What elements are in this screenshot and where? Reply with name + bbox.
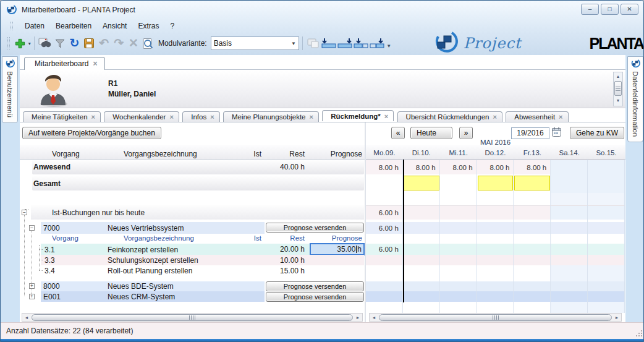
prognose-versenden-button[interactable]: Prognose versenden [266,281,364,291]
tab-close-icon[interactable]: × [169,113,173,121]
project-7000-mo[interactable]: 6.00 h [366,224,403,232]
delete-button[interactable]: ✕ [126,35,141,51]
find-button[interactable] [38,35,53,51]
tab-close-icon[interactable]: × [91,113,95,121]
menu-bearbeiten[interactable]: Bearbeiten [50,20,97,32]
prognose-versenden-button[interactable]: Prognose versenden [266,223,364,233]
collapse-expander-icon[interactable]: − [22,210,27,215]
row-task-3-3[interactable]: 3.3 Schulungskonzept erstellen 10.00 h [20,255,365,265]
tab-wochenkalender[interactable]: Wochenkalender× [104,111,179,122]
row-anwesend[interactable]: Anwesend 40.00 h [20,160,365,174]
tab-close-icon[interactable]: × [384,113,388,120]
new-record-button[interactable] [13,35,28,51]
header-prognose[interactable]: Prognose [331,150,362,158]
prognose-edit-cell[interactable]: 35.00 h [310,243,365,255]
header-rest[interactable]: Rest [289,150,305,158]
gesamt-entry-cell-di[interactable] [404,176,439,190]
menu-extras[interactable]: Extras [132,20,164,32]
close-button[interactable]: ✕ [621,4,638,15]
right-pane-hscrollbar[interactable]: ◄ ► [369,313,622,322]
row-project-8000[interactable]: + 8000 Neues BDE-System Prognose versend… [20,281,365,291]
tab-meine-planungsobjekte[interactable]: Meine Planungsobjekte× [223,111,319,122]
tab-close-icon[interactable]: × [559,113,562,121]
print-preview-button[interactable] [141,35,156,51]
scroll-right-icon[interactable]: ► [612,315,621,320]
prognose-versenden-button[interactable]: Prognose versenden [266,292,364,302]
new-record-dropdown-arrow[interactable]: ▾ [28,41,31,46]
tab-meine-taetigkeiten[interactable]: Meine Tätigkeiten× [23,111,101,122]
gesamt-entry-cell-fr[interactable] [514,176,550,190]
tab-rueckmeldung[interactable]: Rückmeldung*× [322,110,394,121]
header-vorgangsbezeichnung[interactable]: Vorgangsbezeichnung [124,150,197,158]
title-bar[interactable]: Mitarbeiterboard - PLANTA Project ‒ □ ✕ [1,1,643,19]
row-task-3-4[interactable]: 3.4 Roll-out Planung erstellen 15.00 h [20,265,365,276]
minimize-button[interactable]: ‒ [581,4,599,15]
collapse-expander-icon[interactable]: − [29,225,35,231]
insert-after-button[interactable] [337,35,353,51]
combo-dropdown-icon[interactable]: ▼ [291,41,296,46]
anwesend-mi[interactable]: 8.00 h [440,164,477,171]
day-do[interactable]: Do.12. [477,149,514,160]
left-pane-hscrollbar[interactable]: ◄ ► [22,313,363,322]
tab-close-icon[interactable]: × [310,113,313,121]
gesamt-cell-mi[interactable] [440,174,477,193]
cal-row-task-3-4[interactable] [366,265,625,276]
cal-row-task-3-3[interactable] [366,255,625,265]
insert-link-button[interactable] [369,35,385,51]
datenfeldinformation-tab[interactable]: Datenfeldinformation [627,56,643,142]
expand-expander-icon[interactable]: + [29,294,35,299]
expand-expander-icon[interactable]: + [29,283,35,289]
toolbar-overflow-button[interactable]: ▼ [385,35,393,51]
day-mi[interactable]: Mi.11. [440,149,477,160]
scroll-down-icon[interactable]: ▼ [614,96,622,105]
menu-ansicht[interactable]: Ansicht [97,20,132,32]
scroll-left-icon[interactable]: ◄ [370,315,378,320]
filter-button[interactable] [53,35,67,51]
insert-sub-button[interactable] [353,35,369,51]
row-gesamt[interactable]: Gesamt [20,174,365,193]
scroll-right-icon[interactable]: ► [354,315,362,320]
cal-row-project-8000[interactable] [366,281,625,291]
task-31-mo[interactable]: 6.00 h [366,246,403,253]
day-so[interactable]: So.15. [588,149,625,160]
benutzermenu-tab[interactable]: Benutzermenü [2,56,18,123]
anwesend-mo[interactable]: 8.00 h [366,164,403,171]
menu-daten[interactable]: Daten [19,20,50,32]
cal-row-project-e001[interactable] [366,291,625,302]
anwesend-fr[interactable]: 8.00 h [514,164,551,171]
row-project-7000[interactable]: − 7000 Neues Vertriebssystem Prognose ve… [20,222,365,234]
tab-infos[interactable]: Infos× [182,111,219,122]
header-ist[interactable]: Ist [253,150,261,158]
insert-before-button[interactable] [321,35,337,51]
cal-row-gesamt[interactable] [366,174,625,193]
header-vorgang[interactable]: Vorgang [52,150,80,158]
scroll-left-icon[interactable]: ◄ [22,315,31,320]
day-mo[interactable]: Mo.09. [366,149,403,160]
day-di[interactable]: Di.10. [403,149,440,160]
tab-close-icon[interactable]: × [493,113,496,121]
menu-help[interactable]: ? [164,20,180,32]
refresh-button[interactable]: ↻ [67,35,82,51]
anwesend-di[interactable]: 8.00 h [403,164,440,171]
modulvariante-select[interactable]: Basis ▼ [211,36,299,50]
anwesend-do[interactable]: 8.00 h [477,164,514,171]
tab-close-icon[interactable]: × [93,59,97,68]
save-button[interactable] [82,35,96,51]
resize-grip-icon[interactable] [635,330,643,337]
scroll-up-icon[interactable]: ▲ [614,72,622,80]
hscroll-thumb[interactable] [32,314,353,321]
cal-row-ist-buchungen[interactable]: 6.00 h [366,205,625,220]
maximize-button[interactable]: □ [601,4,619,15]
tab-uebersicht-rueckmeldungen[interactable]: Übersicht Rückmeldungen× [397,111,502,122]
tab-abwesenheit[interactable]: Abwesenheit× [506,111,568,122]
row-ist-buchungen[interactable]: − Ist-Buchungen nur bis heute [20,205,365,220]
tab-mitarbeiterboard[interactable]: Mitarbeiterboard × [24,57,105,70]
cal-row-anwesend[interactable]: 8.00 h 8.00 h 8.00 h 8.00 h 8.00 h [366,160,625,174]
row-task-3-1[interactable]: 3.1 Feinkonzept erstellen 20.00 h 35.00 … [20,244,365,255]
gesamt-cell-mo[interactable] [366,174,403,193]
day-sa[interactable]: Sa.14. [551,149,588,160]
redo-button[interactable]: ↷ [111,35,126,51]
cal-row-task-3-1[interactable]: 6.00 h [366,244,625,255]
row-project-e001[interactable]: + E001 Neues CRM-System Prognose versend… [20,291,365,302]
tab-close-icon[interactable]: × [210,113,214,121]
